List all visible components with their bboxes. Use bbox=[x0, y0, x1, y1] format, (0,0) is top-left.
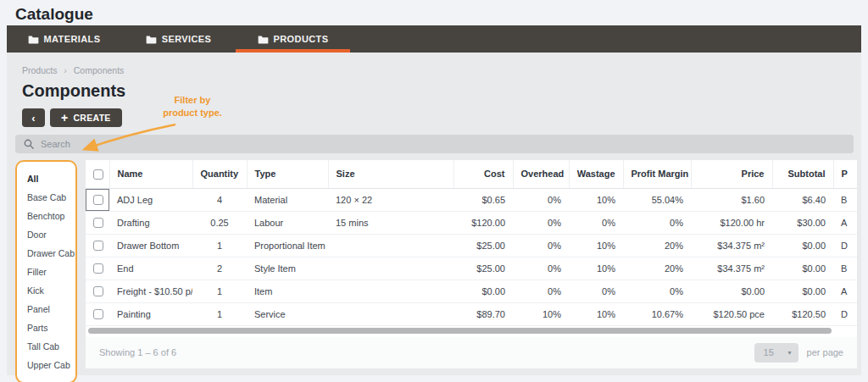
cell-quantity: 0.25 bbox=[192, 211, 247, 234]
row-checkbox[interactable] bbox=[93, 241, 103, 251]
per-page-select[interactable]: 15 ▾ bbox=[754, 343, 798, 363]
column-header-name[interactable]: Name bbox=[109, 160, 192, 188]
cell-name: Freight - $10.50 p/p... bbox=[109, 280, 192, 302]
table-footer: Showing 1 – 6 of 6 15 ▾ per page bbox=[86, 337, 857, 368]
column-header-type[interactable]: Type bbox=[247, 160, 328, 188]
cell-type: Material bbox=[247, 188, 328, 211]
table-row[interactable]: ADJ Leg 4 Material 120 × 22 $0.65 0% 10%… bbox=[86, 188, 857, 211]
column-header-wastage[interactable]: Wastage bbox=[569, 160, 623, 188]
cell-cost: $89.70 bbox=[453, 302, 513, 325]
column-header-size[interactable]: Size bbox=[328, 160, 453, 188]
cell-name: Drafting bbox=[109, 211, 192, 234]
column-header-product-truncated[interactable]: P bbox=[833, 160, 857, 188]
tab-products[interactable]: PRODUCTS bbox=[236, 25, 350, 53]
cell-cost: $25.00 bbox=[453, 257, 513, 280]
filter-item[interactable]: Drawer Cab bbox=[17, 244, 75, 263]
cell-wastage: 10% bbox=[569, 257, 623, 280]
cell-size bbox=[328, 234, 453, 257]
table-row[interactable]: End 2 Style Item $25.00 0% 10% 20% $34.3… bbox=[86, 257, 857, 280]
cell-name: End bbox=[109, 257, 192, 280]
annotation-note: Filter by product type. bbox=[142, 94, 242, 120]
cell-subtotal: $0.00 bbox=[772, 280, 833, 302]
row-checkbox-cell bbox=[86, 234, 109, 257]
folder-icon bbox=[146, 35, 157, 44]
cell-cost: $120.00 bbox=[453, 211, 513, 234]
annotation-line1: Filter by bbox=[142, 94, 242, 107]
cell-overhead: 0% bbox=[513, 257, 569, 280]
cell-quantity: 2 bbox=[192, 257, 247, 280]
table-row[interactable]: Painting 1 Service $89.70 10% 10% 10.67%… bbox=[86, 302, 857, 325]
cell-name: Painting bbox=[109, 302, 192, 325]
cell-profit-margin: 55.04% bbox=[623, 188, 691, 211]
breadcrumb: Products › Components bbox=[22, 65, 857, 75]
tab-services[interactable]: SERVICES bbox=[121, 25, 236, 53]
page-title: Catalogue bbox=[0, 0, 868, 25]
search-bar[interactable] bbox=[15, 135, 854, 153]
row-checkbox[interactable] bbox=[93, 309, 103, 319]
cell-overhead: 0% bbox=[513, 211, 569, 234]
filter-item[interactable]: Panel bbox=[17, 300, 75, 318]
column-header-overhead[interactable]: Overhead bbox=[513, 160, 569, 188]
filter-item[interactable]: Benchtop bbox=[17, 207, 75, 225]
cell-profit-margin: 10.67% bbox=[623, 302, 691, 325]
column-header-profit-margin[interactable]: Profit Margin bbox=[623, 160, 691, 188]
row-checkbox[interactable] bbox=[93, 218, 103, 228]
cell-wastage: 10% bbox=[569, 188, 623, 211]
column-header-subtotal[interactable]: Subtotal bbox=[772, 160, 833, 188]
filter-item[interactable]: All bbox=[17, 169, 75, 188]
row-checkbox-cell bbox=[86, 188, 109, 211]
select-all-cell bbox=[86, 160, 109, 188]
breadcrumb-components: Components bbox=[74, 65, 125, 75]
filter-item[interactable]: Filler bbox=[17, 263, 75, 281]
folder-icon bbox=[28, 35, 39, 44]
column-header-price[interactable]: Price bbox=[691, 160, 772, 188]
filter-item[interactable]: Parts bbox=[17, 318, 75, 337]
folder-icon bbox=[258, 35, 269, 44]
cell-wastage: 0% bbox=[569, 280, 623, 302]
main-nav: MATERIALS SERVICES PRODUCTS bbox=[7, 25, 861, 53]
cell-quantity: 1 bbox=[192, 280, 247, 302]
column-header-quantity[interactable]: Quantity bbox=[192, 160, 247, 188]
table-row[interactable]: Drawer Bottom 1 Proportional Item $25.00… bbox=[86, 234, 857, 257]
tab-materials[interactable]: MATERIALS bbox=[7, 25, 121, 53]
breadcrumb-products[interactable]: Products bbox=[22, 65, 57, 75]
filter-item[interactable]: Tall Cab bbox=[17, 337, 75, 356]
breadcrumb-separator: › bbox=[64, 65, 67, 75]
tab-label: MATERIALS bbox=[44, 34, 101, 44]
select-all-checkbox[interactable] bbox=[93, 169, 103, 180]
components-table: Name Quantity Type Size Cost Overhead Wa… bbox=[86, 160, 857, 326]
cell-subtotal: $0.00 bbox=[772, 257, 833, 280]
filter-item[interactable]: Upper Cab bbox=[17, 356, 75, 374]
components-table-card: Name Quantity Type Size Cost Overhead Wa… bbox=[86, 160, 857, 368]
cell-cost: $0.00 bbox=[453, 280, 513, 302]
create-button-label: CREATE bbox=[73, 113, 110, 123]
create-button[interactable]: + CREATE bbox=[50, 108, 122, 127]
cell-cost: $0.65 bbox=[453, 188, 513, 211]
cell-type: Item bbox=[247, 280, 328, 302]
cell-subtotal: $6.40 bbox=[772, 188, 833, 211]
table-row[interactable]: Drafting 0.25 Labour 15 mins $120.00 0% … bbox=[86, 211, 857, 234]
row-checkbox[interactable] bbox=[93, 195, 103, 205]
row-checkbox-cell bbox=[86, 280, 109, 302]
filter-item[interactable]: Base Cab bbox=[17, 188, 75, 207]
cell-type: Style Item bbox=[247, 257, 328, 280]
back-button[interactable]: ‹ bbox=[22, 108, 45, 127]
cell-cost: $25.00 bbox=[453, 234, 513, 257]
row-checkbox[interactable] bbox=[93, 286, 103, 296]
cell-overhead: 0% bbox=[513, 280, 569, 302]
per-page-value: 15 bbox=[764, 347, 774, 357]
column-header-cost[interactable]: Cost bbox=[453, 160, 513, 188]
cell-price: $120.00 hr bbox=[691, 211, 772, 234]
row-checkbox[interactable] bbox=[93, 263, 103, 274]
cell-product-truncated: D bbox=[833, 234, 857, 257]
horizontal-scrollbar-thumb[interactable] bbox=[88, 328, 832, 334]
cell-size bbox=[328, 302, 453, 325]
horizontal-scrollbar-track bbox=[86, 326, 857, 337]
table-row[interactable]: Freight - $10.50 p/p... 1 Item $0.00 0% … bbox=[86, 280, 857, 302]
per-page-label: per page bbox=[807, 347, 843, 357]
showing-count: Showing 1 – 6 of 6 bbox=[99, 347, 176, 357]
filter-item[interactable]: Door bbox=[17, 225, 75, 244]
search-input[interactable] bbox=[41, 139, 845, 149]
filter-item[interactable]: Kick bbox=[17, 281, 75, 300]
cell-subtotal: $0.00 bbox=[772, 234, 833, 257]
